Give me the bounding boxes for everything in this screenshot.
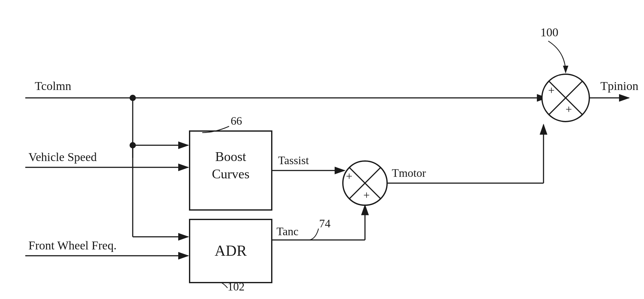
ref-102-arrow <box>221 283 228 288</box>
right-sum-plus-2: + <box>566 103 572 116</box>
ref-66-label: 66 <box>231 115 242 127</box>
ref-74-arrow <box>310 229 319 240</box>
tassist-label: Tassist <box>278 154 309 167</box>
adr-text: ADR <box>215 242 246 259</box>
front-wheel-label: Front Wheel Freq. <box>28 239 117 252</box>
tmotor-label: Tmotor <box>392 167 426 179</box>
diagram: Tcolmn Vehicle Speed Boost Curves 66 ADR <box>0 0 644 299</box>
middle-sum-plus-2: + <box>363 189 370 201</box>
ref-100-arrow <box>548 41 566 73</box>
tcolmn-label: Tcolmn <box>35 79 71 93</box>
vehicle-speed-label: Vehicle Speed <box>28 150 97 164</box>
right-sum-plus-1: + <box>548 84 555 97</box>
ref-100-label: 100 <box>540 26 558 39</box>
boost-curves-text-2: Curves <box>212 167 250 181</box>
middle-sum-plus-1: + <box>346 170 352 182</box>
ref-102-label: 102 <box>228 280 245 293</box>
tpinion-label: Tpinion <box>600 79 638 93</box>
tanc-label: Tanc <box>276 225 298 238</box>
ref-74-label: 74 <box>319 217 331 230</box>
boost-curves-text-1: Boost <box>215 149 246 164</box>
